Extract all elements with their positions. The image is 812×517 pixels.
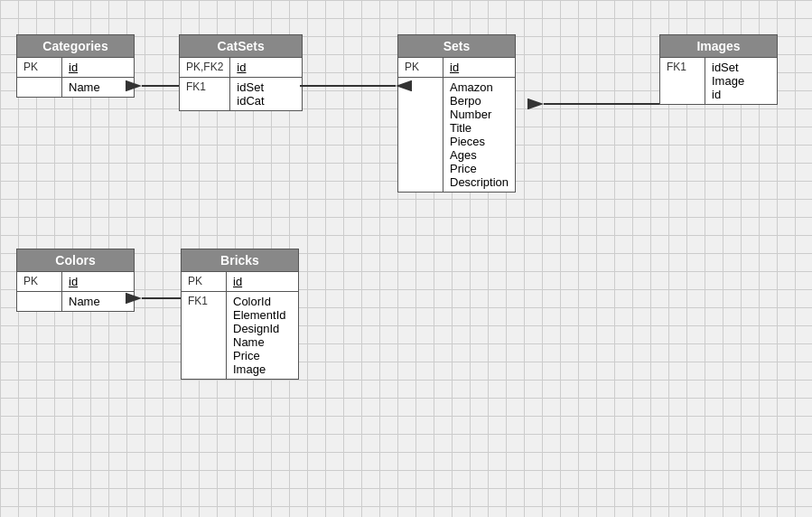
- sets-title: Sets: [398, 35, 516, 58]
- images-fk1-key: FK1: [660, 58, 705, 105]
- bricks-id-field: id: [227, 272, 299, 292]
- categories-id-field: id: [62, 58, 135, 78]
- images-table: Images FK1 idSetImageid: [659, 34, 778, 105]
- categories-title: Categories: [17, 35, 135, 58]
- bricks-table: Bricks PK id FK1 ColorIdElementIdDesignI…: [181, 249, 299, 380]
- sets-id-field: id: [443, 58, 516, 78]
- catsets-id-field: id: [230, 58, 303, 78]
- catsets-fk1-key: FK1: [180, 78, 230, 111]
- sets-table: Sets PK id AmazonBerpoNumberTitlePiecesA…: [397, 34, 516, 193]
- categories-name-field: Name: [62, 78, 135, 98]
- sets-fields: AmazonBerpoNumberTitlePiecesAgesPriceDes…: [443, 78, 516, 193]
- sets-fields-key: [398, 78, 443, 193]
- colors-pk-key: PK: [17, 272, 62, 292]
- colors-name-key: [17, 292, 62, 312]
- colors-name-field: Name: [62, 292, 135, 312]
- categories-pk-key: PK: [17, 58, 62, 78]
- catsets-table: CatSets PK,FK2 id FK1 idSetidCat: [179, 34, 303, 111]
- bricks-fields: ColorIdElementIdDesignIdNamePriceImage: [227, 292, 299, 380]
- categories-table: Categories PK id Name: [16, 34, 135, 98]
- colors-id-field: id: [62, 272, 135, 292]
- categories-name-key: [17, 78, 62, 98]
- sets-pk-key: PK: [398, 58, 443, 78]
- bricks-title: Bricks: [182, 249, 299, 272]
- images-fields: idSetImageid: [705, 58, 778, 105]
- catsets-fk1-fields: idSetidCat: [230, 78, 303, 111]
- bricks-pk-key: PK: [182, 272, 227, 292]
- catsets-title: CatSets: [180, 35, 303, 58]
- colors-table: Colors PK id Name: [16, 249, 135, 312]
- bricks-fk1-key: FK1: [182, 292, 227, 380]
- images-title: Images: [660, 35, 778, 58]
- colors-title: Colors: [17, 249, 135, 272]
- catsets-pk-key: PK,FK2: [180, 58, 230, 78]
